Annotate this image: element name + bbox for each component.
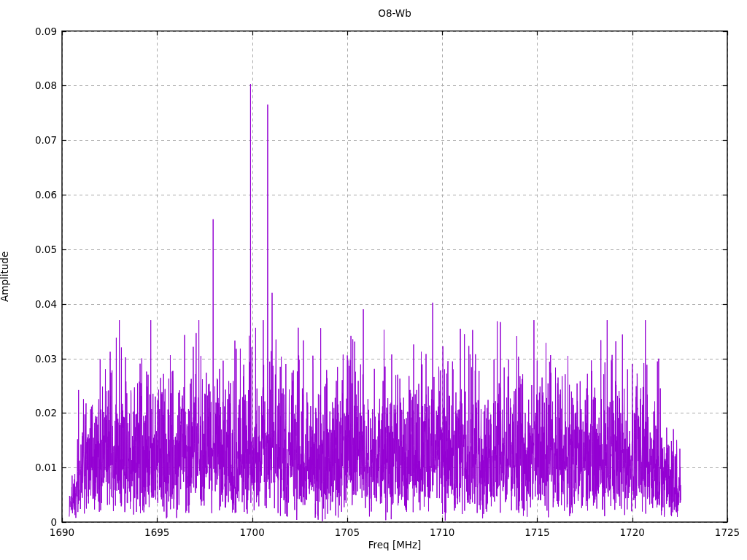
spectrum-plot-canvas <box>0 0 747 560</box>
x-tick-label: 1690 <box>42 526 82 538</box>
x-tick-label: 1725 <box>707 526 747 538</box>
x-tick-label: 1705 <box>327 526 368 538</box>
chart-title: O8-Wb <box>62 7 727 19</box>
y-tick-label: 0.05 <box>6 244 57 255</box>
spectrum-figure: O8-Wb Freq [MHz] Amplitude 1690169517001… <box>0 0 747 560</box>
y-tick-label: 0.03 <box>6 353 57 365</box>
x-tick-label: 1700 <box>232 526 273 538</box>
y-tick-label: 0.08 <box>6 79 57 91</box>
x-axis-label: Freq [MHz] <box>62 539 727 551</box>
x-tick-label: 1710 <box>422 526 462 538</box>
y-tick-label: 0.01 <box>6 462 57 473</box>
y-axis-label: Amplitude <box>0 252 10 302</box>
y-tick-label: 0.02 <box>6 407 57 419</box>
y-tick-label: 0.09 <box>6 26 57 37</box>
y-tick-label: 0.04 <box>6 298 57 310</box>
y-tick-label: 0.06 <box>6 189 57 201</box>
x-tick-label: 1720 <box>612 526 653 538</box>
x-tick-label: 1695 <box>136 526 177 538</box>
x-tick-label: 1715 <box>516 526 557 538</box>
y-tick-label: 0.07 <box>6 134 57 146</box>
y-tick-label: 0 <box>6 516 57 528</box>
